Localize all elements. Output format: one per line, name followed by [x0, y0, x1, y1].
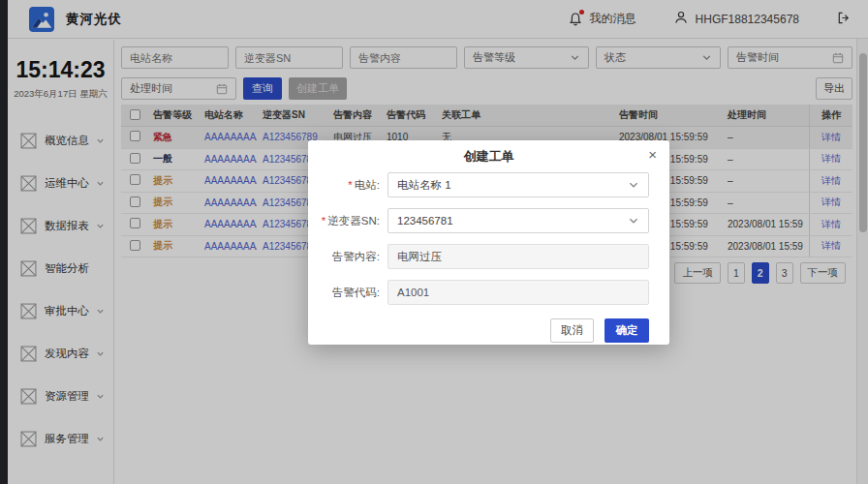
station-select-value: 电站名称 1 — [397, 178, 451, 193]
chevron-down-icon — [628, 179, 639, 191]
modal-field-inverter-sn: *逆变器SN: 123456781 — [308, 208, 649, 233]
cancel-button[interactable]: 取消 — [550, 318, 594, 343]
modal-field-alarm-content: 告警内容: 电网过压 — [308, 244, 649, 269]
inverter-sn-select[interactable]: 123456781 — [388, 208, 649, 233]
alarm-code-field-label: 告警代码: — [308, 286, 388, 300]
close-icon[interactable]: × — [648, 147, 657, 162]
required-mark: * — [322, 215, 326, 227]
required-mark: * — [348, 179, 352, 191]
modal-field-alarm-code: 告警代码: A1001 — [308, 280, 649, 305]
modal-footer: 取消 确定 — [308, 318, 669, 343]
station-field-label: *电站: — [308, 178, 388, 193]
create-work-order-modal: 创建工单 × *电站: 电站名称 1 *逆变器SN: 123456781 告警内… — [308, 140, 669, 345]
chevron-down-icon — [628, 215, 639, 227]
app-screen: 黄河光伏 我的消息 HHGF18812345678 — [0, 0, 868, 484]
modal-field-station: *电站: 电站名称 1 — [308, 172, 649, 197]
alarm-content-field-label: 告警内容: — [308, 250, 388, 264]
alarm-content-readonly-input: 电网过压 — [388, 244, 649, 269]
confirm-button[interactable]: 确定 — [604, 318, 649, 343]
station-select[interactable]: 电站名称 1 — [388, 172, 649, 197]
inverter-sn-field-label: *逆变器SN: — [308, 214, 388, 228]
inverter-sn-select-value: 123456781 — [397, 215, 453, 227]
modal-header: 创建工单 × — [308, 140, 669, 172]
alarm-code-readonly-input: A1001 — [388, 280, 649, 305]
modal-title: 创建工单 — [464, 148, 514, 166]
